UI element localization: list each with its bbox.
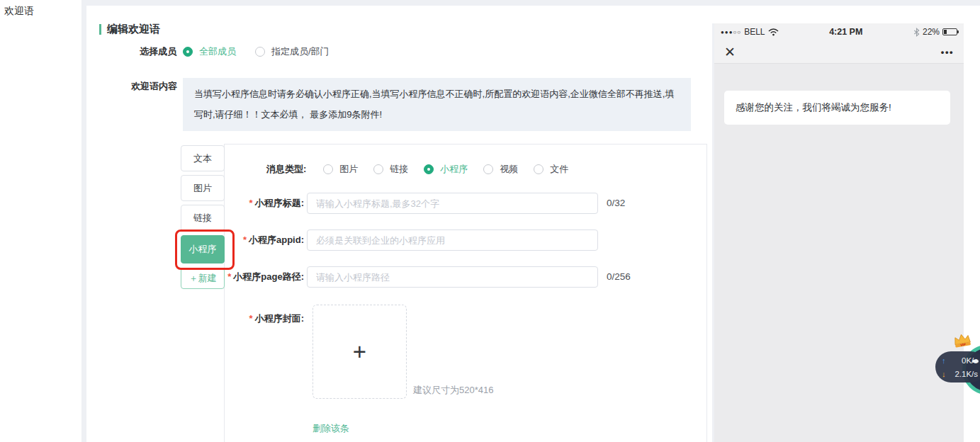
miniprogram-appid-input[interactable]: [307, 230, 598, 251]
download-speed-value: 2.1K/s: [950, 370, 978, 378]
radio-msg-video[interactable]: 视频: [483, 162, 518, 176]
member-select-label: 选择成员: [140, 45, 176, 59]
welcome-message-bubble: 感谢您的关注，我们将竭诚为您服务!: [724, 91, 950, 125]
attachment-form-panel: 消息类型: 图片 链接 小程序 视频 文件 *小程序标题: [224, 144, 707, 442]
field-row-appid: *小程序appid:: [225, 230, 708, 251]
radio-specified-members[interactable]: 指定成员/部门: [255, 45, 330, 59]
cover-upload-box[interactable]: +: [312, 305, 407, 399]
tab-text[interactable]: 文本: [181, 145, 225, 171]
radio-unchecked-icon: [373, 164, 383, 174]
radio-unchecked-icon: [483, 164, 493, 174]
arrow-down-icon: ↓: [942, 370, 950, 378]
char-counter: 0/256: [607, 266, 631, 288]
arrow-up-icon: ↑: [942, 356, 950, 365]
sidebar-item-welcome-message[interactable]: 欢迎语: [4, 5, 34, 18]
field-label: *小程序标题:: [225, 193, 304, 214]
plus-icon: +: [353, 340, 366, 363]
battery-percent: 22%: [923, 27, 940, 37]
phone-preview: ●●●○○ BELL 4:21 PM 22% ✕ ••• 感谢您的关注，我们将竭…: [714, 23, 964, 442]
phone-nav-bar: ✕ •••: [714, 40, 964, 64]
message-type-row: 消息类型: 图片 链接 小程序 视频 文件: [266, 162, 568, 176]
notice-box: 当填写小程序信息时请务必确认小程序正确,当填写小程序信息不正确时,所配置的欢迎语…: [183, 78, 691, 131]
status-time: 4:21 PM: [829, 27, 862, 37]
field-label: *小程序appid:: [225, 230, 304, 251]
field-label: *小程序page路径:: [225, 266, 304, 288]
main-panel: 编辑欢迎语 选择成员 全部成员 指定成员/部门 欢迎语内容 当填写小程序信息时请…: [86, 6, 712, 442]
radio-all-members[interactable]: 全部成员: [183, 45, 236, 59]
accent-bar: [99, 24, 101, 35]
cover-size-hint: 建议尺寸为520*416: [413, 384, 493, 397]
signal-dots-icon: ●●●○○: [721, 29, 741, 35]
cover-label: *小程序封面:: [225, 308, 304, 329]
net-speed-widget[interactable]: ↑ 0K/s ↓ 2.1K/s: [935, 351, 980, 382]
field-row-title: *小程序标题: 0/32: [225, 193, 708, 214]
member-select-group: 全部成员 指定成员/部门: [183, 45, 330, 59]
section-header: 编辑欢迎语: [99, 23, 160, 36]
radio-msg-link[interactable]: 链接: [373, 162, 408, 176]
tab-miniprogram[interactable]: 小程序: [181, 235, 225, 264]
bluetooth-icon: [913, 28, 920, 37]
floating-ball-dash: [972, 360, 979, 363]
carrier-label: BELL: [744, 27, 765, 37]
radio-msg-file[interactable]: 文件: [534, 162, 568, 176]
radio-unchecked-icon: [534, 164, 543, 174]
radio-unchecked-icon: [255, 47, 265, 57]
phone-status-bar: ●●●○○ BELL 4:21 PM 22%: [714, 23, 964, 40]
close-icon: ✕: [724, 45, 736, 59]
wifi-icon: [768, 28, 779, 36]
radio-msg-miniprogram[interactable]: 小程序: [424, 162, 468, 176]
field-row-page-path: *小程序page路径: 0/256: [225, 266, 708, 288]
tab-image[interactable]: 图片: [181, 175, 225, 201]
radio-msg-image[interactable]: 图片: [323, 162, 358, 176]
delete-entry-link[interactable]: 删除该条: [312, 422, 349, 435]
page-title: 编辑欢迎语: [107, 23, 160, 36]
radio-checked-icon: [424, 164, 434, 174]
miniprogram-title-input[interactable]: [307, 193, 598, 214]
radio-unchecked-icon: [323, 164, 333, 174]
radio-checked-icon: [183, 47, 193, 57]
download-speed-row: ↓ 2.1K/s: [935, 367, 980, 380]
battery-icon: [942, 28, 957, 35]
tab-add-new[interactable]: ＋新建: [181, 268, 225, 289]
char-counter: 0/32: [607, 193, 625, 214]
sidebar: 欢迎语: [0, 0, 81, 442]
tab-link[interactable]: 链接: [181, 205, 225, 231]
miniprogram-page-path-input[interactable]: [307, 266, 598, 288]
background-strip: [712, 6, 964, 23]
message-type-label: 消息类型:: [266, 163, 306, 176]
vip-crown-icon: VIP: [952, 332, 972, 350]
content-label: 欢迎语内容: [131, 79, 177, 94]
more-dots-icon: •••: [941, 47, 954, 57]
